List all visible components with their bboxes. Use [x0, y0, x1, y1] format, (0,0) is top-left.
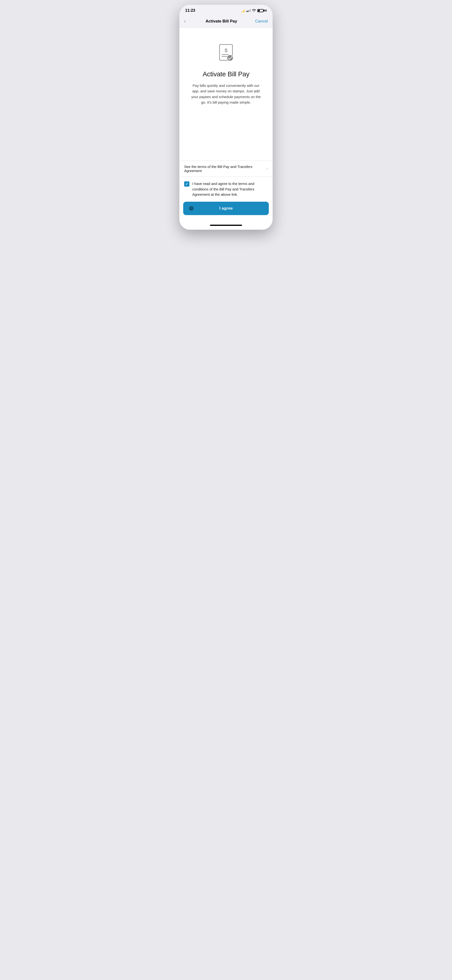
activate-bill-pay-title: Activate Bill Pay: [203, 70, 249, 78]
bill-pay-icon: $: [215, 42, 237, 64]
agree-button-dot: [189, 206, 194, 211]
nav-bar: ‹ Activate Bill Pay Cancel: [179, 15, 273, 28]
page-title: Activate Bill Pay: [187, 19, 255, 24]
main-content: $ Activate Bill Pay Pay bills quickly an…: [179, 28, 273, 161]
phone-container: 11:23 🌙: [179, 5, 273, 230]
terms-link-text: See the terms of the Bill Pay and Transf…: [184, 165, 266, 173]
home-indicator-bar: [210, 225, 242, 226]
svg-text:$: $: [225, 48, 227, 53]
moon-icon: 🌙: [241, 9, 245, 13]
svg-point-5: [227, 55, 233, 61]
agree-button[interactable]: I agree: [183, 202, 269, 215]
battery-percent: 36: [264, 9, 267, 12]
agree-button-label: I agree: [219, 206, 233, 211]
signal-bar-3: [249, 10, 249, 12]
battery-icon: 36: [257, 9, 267, 12]
wifi-icon: [252, 9, 256, 13]
signal-bar-2: [247, 11, 248, 12]
signal-bars-icon: [246, 9, 251, 12]
description-text: Pay bills quickly and conveniently with …: [187, 83, 265, 105]
checkmark-icon: ✓: [186, 182, 188, 186]
signal-bar-1: [246, 11, 247, 12]
terms-link-row[interactable]: See the terms of the Bill Pay and Transf…: [179, 161, 273, 177]
chevron-right-icon: ›: [266, 167, 268, 171]
agreement-checkbox[interactable]: ✓: [184, 181, 189, 187]
home-indicator: [179, 223, 273, 230]
checkbox-label: I have read and agree to the terms and c…: [192, 181, 268, 197]
cancel-button[interactable]: Cancel: [255, 19, 268, 24]
status-time: 11:23: [185, 8, 195, 13]
checkbox-row: ✓ I have read and agree to the terms and…: [179, 177, 273, 202]
terms-section: See the terms of the Bill Pay and Transf…: [179, 161, 273, 202]
back-button[interactable]: ‹: [184, 18, 187, 25]
status-icons: 🌙 36: [241, 9, 267, 13]
signal-bar-4: [250, 9, 251, 12]
status-bar: 11:23 🌙: [179, 5, 273, 15]
